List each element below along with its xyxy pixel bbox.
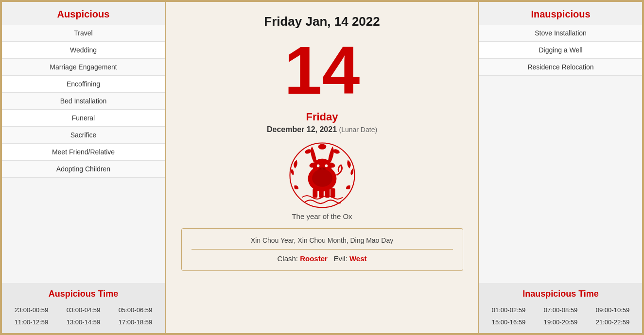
svg-point-1 — [318, 144, 326, 150]
list-item: Encoffining — [2, 76, 165, 93]
time-cell: 15:00-16:59 — [484, 317, 533, 327]
info-box: Xin Chou Year, Xin Chou Month, Ding Mao … — [181, 228, 463, 271]
time-cell: 21:00-22:59 — [588, 317, 637, 327]
evil-value: West — [349, 254, 367, 263]
clash-row: Clash: Rooster Evil: West — [191, 251, 453, 266]
list-item: Sacrifice — [2, 127, 165, 144]
inauspicious-time-section: Inauspicious Time 01:00-02:5907:00-08:59… — [479, 283, 642, 333]
time-cell: 19:00-20:59 — [536, 317, 585, 327]
svg-rect-16 — [325, 189, 330, 198]
auspicious-header: Auspicious — [2, 2, 165, 25]
auspicious-time-section: Auspicious Time 23:00-00:5903:00-04:5905… — [2, 283, 165, 333]
right-panel: Inauspicious Stove InstallationDigging a… — [479, 2, 642, 333]
day-name: Friday — [306, 111, 338, 123]
app-container: Auspicious TravelWeddingMarriage Engagem… — [0, 0, 644, 335]
inauspicious-time-grid: 01:00-02:5907:00-08:5909:00-10:5915:00-1… — [484, 305, 637, 327]
time-cell: 03:00-04:59 — [59, 305, 108, 315]
list-item: Digging a Well — [479, 42, 642, 59]
time-cell: 05:00-06:59 — [111, 305, 160, 315]
auspicious-time-title: Auspicious Time — [7, 289, 160, 299]
lunar-label: (Lunar Date) — [339, 126, 377, 134]
time-cell: 09:00-10:59 — [588, 305, 637, 315]
big-date-number: 14 — [284, 36, 360, 104]
time-cell: 07:00-08:59 — [536, 305, 585, 315]
center-panel: Friday Jan, 14 2022 14 Friday December 1… — [166, 2, 478, 333]
clash-label: Clash: — [278, 254, 298, 263]
list-item: Bed Installation — [2, 93, 165, 110]
auspicious-time-grid: 23:00-00:5903:00-04:5905:00-06:5911:00-1… — [7, 305, 160, 327]
svg-point-8 — [316, 165, 319, 168]
zodiac-container: The year of the Ox — [288, 141, 356, 220]
list-item: Wedding — [2, 42, 165, 59]
evil-label: Evil: — [333, 254, 347, 263]
info-divider — [191, 249, 453, 250]
list-item: Stove Installation — [479, 25, 642, 42]
time-cell: 23:00-00:59 — [7, 305, 56, 315]
inauspicious-header: Inauspicious — [479, 2, 642, 25]
left-panel: Auspicious TravelWeddingMarriage Engagem… — [2, 2, 165, 333]
list-item: Travel — [2, 25, 165, 42]
inauspicious-time-title: Inauspicious Time — [484, 289, 637, 299]
inauspicious-list: Stove InstallationDigging a WellResidenc… — [479, 25, 642, 283]
list-item: Meet Friend/Relative — [2, 144, 165, 161]
zodiac-label: The year of the Ox — [292, 212, 352, 220]
auspicious-list: TravelWeddingMarriage EngagementEncoffin… — [2, 25, 165, 283]
list-item: Residence Relocation — [479, 59, 642, 76]
auspicious-title: Auspicious — [57, 9, 110, 19]
time-cell: 11:00-12:59 — [7, 317, 56, 327]
svg-point-13 — [312, 169, 332, 186]
time-cell: 13:00-14:59 — [59, 317, 108, 327]
inauspicious-title: Inauspicious — [531, 9, 590, 19]
lunar-date: December 12, 2021 (Lunar Date) — [267, 125, 377, 134]
time-cell: 17:00-18:59 — [111, 317, 160, 327]
clash-value: Rooster — [300, 254, 328, 263]
zodiac-ox-icon — [288, 141, 356, 209]
time-cell: 01:00-02:59 — [484, 305, 533, 315]
svg-point-9 — [325, 165, 328, 168]
list-item: Adopting Children — [2, 161, 165, 178]
chinese-calendar-info: Xin Chou Year, Xin Chou Month, Ding Mao … — [191, 234, 453, 247]
svg-rect-14 — [313, 188, 317, 198]
date-header: Friday Jan, 14 2022 — [264, 14, 380, 29]
list-item: Funeral — [2, 110, 165, 127]
list-item: Marriage Engagement — [2, 59, 165, 76]
